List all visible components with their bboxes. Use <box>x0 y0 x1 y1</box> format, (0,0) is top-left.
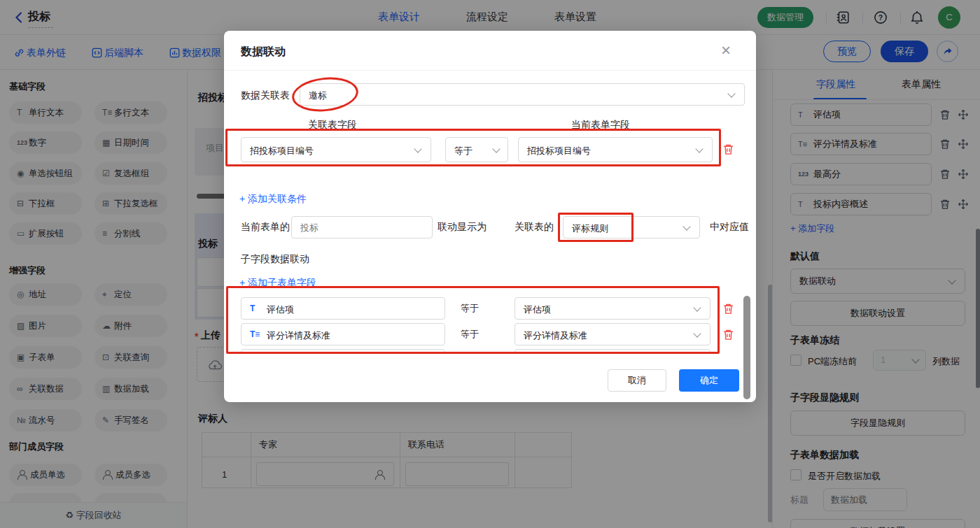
chevron-down-icon <box>682 222 690 230</box>
modal-title: 数据联动 <box>241 45 286 59</box>
operator-label: 等于 <box>461 302 479 315</box>
condition-right-select[interactable]: 招投标项目编号 <box>518 137 713 162</box>
chevron-down-icon <box>492 145 500 152</box>
link-table-label: 数据关联表 <box>241 90 290 102</box>
subfield-source[interactable]: T 评估项 <box>241 297 445 320</box>
app-root: 投标 表单设计 流程设定 表单设置 数据管理 ? C 表单外链 <box>0 0 980 528</box>
close-icon[interactable]: × <box>721 41 731 60</box>
delete-condition-trash-icon[interactable] <box>722 143 734 156</box>
add-condition-link[interactable]: + 添加关联条件 <box>239 193 307 206</box>
chevron-down-icon <box>414 145 421 152</box>
current-form-field-input[interactable] <box>291 216 433 238</box>
delete-subfield-trash-icon[interactable] <box>722 328 734 341</box>
cancel-button[interactable]: 取消 <box>608 369 666 392</box>
subfield-target-select-clipped[interactable] <box>514 349 710 353</box>
subfield-rows-scroll-area: T 评估项 等于 评估项 T≡ 评分详情及标准 等于 评分详情及标准 <box>224 293 756 353</box>
subfield-linkage-title: 子字段数据联动 <box>241 253 309 266</box>
of-linked-table-label: 关联表的 <box>514 221 554 234</box>
chevron-down-icon <box>693 329 701 337</box>
column-header-current-field: 当前表单字段 <box>571 119 630 131</box>
data-linkage-modal: 数据联动 × 数据关联表 邀标 关联表字段 当前表单字段 招投标项目编号 等于 … <box>224 31 756 402</box>
chevron-down-icon <box>695 145 703 152</box>
subfield-target-select[interactable]: 评分详情及标准 <box>514 323 710 345</box>
subfield-source[interactable]: T≡ 评分详情及标准 <box>241 323 445 345</box>
chevron-down-icon <box>727 90 735 97</box>
link-table-select[interactable]: 邀标 <box>300 83 745 106</box>
modal-scrollbar[interactable] <box>743 296 750 399</box>
linked-table-field-select[interactable]: 评标规则 <box>563 216 700 238</box>
chevron-down-icon <box>693 304 701 311</box>
add-subform-field-link[interactable]: + 添加子表单字段 <box>239 277 316 290</box>
subfield-source-clipped[interactable] <box>241 349 445 353</box>
multiline-text-icon: T≡ <box>250 329 260 339</box>
corresponding-value-label: 中对应值 <box>710 221 749 234</box>
delete-subfield-trash-icon[interactable] <box>722 302 734 315</box>
column-header-linked-field: 关联表字段 <box>308 119 357 131</box>
condition-left-select[interactable]: 招投标项目编号 <box>241 137 431 162</box>
operator-label: 等于 <box>461 328 479 341</box>
text-icon: T <box>250 304 255 313</box>
subfield-target-select[interactable]: 评估项 <box>514 297 710 320</box>
divider <box>224 70 756 71</box>
display-as-label: 联动显示为 <box>438 221 486 234</box>
current-form-prefix-label: 当前表单的 <box>241 221 290 234</box>
condition-operator-select[interactable]: 等于 <box>445 137 508 162</box>
confirm-button[interactable]: 确定 <box>679 369 739 392</box>
